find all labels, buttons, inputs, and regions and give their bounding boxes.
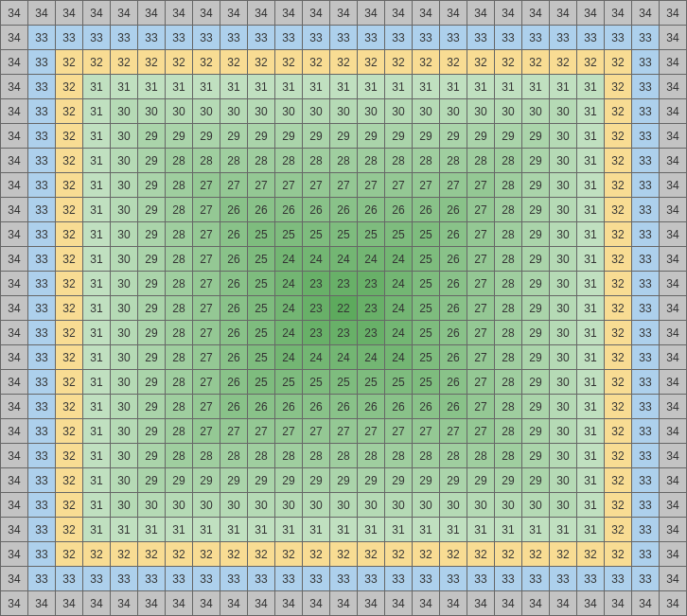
heatmap-cell: 34 xyxy=(56,591,83,616)
heatmap-cell: 32 xyxy=(56,173,83,198)
heatmap-cell: 30 xyxy=(330,493,358,518)
heatmap-cell: 33 xyxy=(385,26,413,50)
heatmap-cell: 31 xyxy=(577,321,605,345)
heatmap-cell: 32 xyxy=(275,542,303,567)
heatmap-cell: 34 xyxy=(1,149,28,173)
heatmap-cell: 33 xyxy=(632,296,660,321)
heatmap-cell: 34 xyxy=(577,591,605,616)
heatmap-cell: 24 xyxy=(275,296,303,321)
heatmap-cell: 34 xyxy=(660,419,687,444)
heatmap-cell: 33 xyxy=(28,370,56,395)
heatmap-cell: 34 xyxy=(605,591,632,616)
heatmap-cell: 32 xyxy=(605,419,632,444)
heatmap-cell: 31 xyxy=(577,247,605,272)
heatmap-cell: 27 xyxy=(358,173,385,198)
heatmap-cell: 31 xyxy=(358,518,385,542)
heatmap-cell: 33 xyxy=(138,26,166,50)
heatmap-cell: 24 xyxy=(330,345,358,370)
heatmap-cell: 30 xyxy=(413,493,440,518)
heatmap-cell: 30 xyxy=(303,493,330,518)
heatmap-cell: 26 xyxy=(440,321,467,345)
heatmap-cell: 33 xyxy=(28,272,56,296)
heatmap-cell: 31 xyxy=(577,493,605,518)
heatmap-cell: 34 xyxy=(522,1,550,26)
heatmap-cell: 26 xyxy=(385,395,413,419)
heatmap-cell: 33 xyxy=(605,567,632,591)
heatmap-cell: 31 xyxy=(275,518,303,542)
heatmap-cell: 33 xyxy=(550,26,577,50)
heatmap-cell: 32 xyxy=(605,99,632,124)
heatmap-cell: 28 xyxy=(220,149,248,173)
heatmap-cell: 34 xyxy=(632,591,660,616)
heatmap-cell: 32 xyxy=(56,296,83,321)
heatmap-cell: 33 xyxy=(632,222,660,247)
heatmap-cell: 28 xyxy=(495,198,522,222)
heatmap-cell: 34 xyxy=(413,591,440,616)
heatmap-cell: 28 xyxy=(385,444,413,468)
heatmap-cell: 32 xyxy=(56,444,83,468)
heatmap-cell: 29 xyxy=(138,296,166,321)
heatmap-cell: 32 xyxy=(220,50,248,75)
heatmap-cell: 32 xyxy=(138,50,166,75)
heatmap-cell: 29 xyxy=(220,468,248,493)
heatmap-cell: 31 xyxy=(83,296,111,321)
heatmap-cell: 31 xyxy=(550,75,577,99)
heatmap-cell: 26 xyxy=(220,247,248,272)
heatmap-cell: 34 xyxy=(358,1,385,26)
heatmap-cell: 34 xyxy=(1,444,28,468)
heatmap-cell: 33 xyxy=(495,26,522,50)
heatmap-cell: 32 xyxy=(605,222,632,247)
heatmap-cell: 29 xyxy=(495,124,522,149)
heatmap-cell: 33 xyxy=(632,321,660,345)
heatmap-cell: 33 xyxy=(632,75,660,99)
heatmap-cell: 28 xyxy=(495,173,522,198)
heatmap-cell: 31 xyxy=(83,173,111,198)
heatmap-cell: 32 xyxy=(275,50,303,75)
heatmap-cell: 31 xyxy=(577,296,605,321)
heatmap-cell: 34 xyxy=(660,296,687,321)
heatmap-cell: 34 xyxy=(577,1,605,26)
heatmap-cell: 33 xyxy=(303,26,330,50)
heatmap-cell: 27 xyxy=(303,173,330,198)
heatmap-cell: 31 xyxy=(303,75,330,99)
heatmap-cell: 28 xyxy=(495,345,522,370)
heatmap-cell: 29 xyxy=(138,149,166,173)
heatmap-cell: 25 xyxy=(385,222,413,247)
heatmap-cell: 32 xyxy=(56,419,83,444)
heatmap-cell: 34 xyxy=(138,1,166,26)
heatmap-cell: 29 xyxy=(358,124,385,149)
heatmap-cell: 34 xyxy=(660,124,687,149)
heatmap-cell: 32 xyxy=(83,50,111,75)
heatmap-cell: 33 xyxy=(632,173,660,198)
heatmap-cell: 26 xyxy=(220,395,248,419)
heatmap-cell: 31 xyxy=(83,198,111,222)
heatmap-cell: 28 xyxy=(495,222,522,247)
heatmap-cell: 32 xyxy=(522,50,550,75)
heatmap-cell: 31 xyxy=(220,518,248,542)
heatmap-cell: 33 xyxy=(166,26,193,50)
heatmap-cell: 32 xyxy=(248,542,275,567)
heatmap-cell: 31 xyxy=(248,518,275,542)
heatmap-cell: 31 xyxy=(467,75,495,99)
heatmap-cell: 31 xyxy=(275,75,303,99)
heatmap-cell: 30 xyxy=(385,493,413,518)
heatmap-cell: 34 xyxy=(1,591,28,616)
heatmap-cell: 33 xyxy=(632,272,660,296)
heatmap-cell: 26 xyxy=(440,198,467,222)
heatmap-cell: 27 xyxy=(193,198,220,222)
heatmap-cell: 34 xyxy=(1,173,28,198)
heatmap-cell: 29 xyxy=(303,124,330,149)
heatmap-cell: 27 xyxy=(413,419,440,444)
heatmap-cell: 34 xyxy=(193,591,220,616)
heatmap-cell: 32 xyxy=(138,542,166,567)
heatmap-cell: 34 xyxy=(1,198,28,222)
heatmap-cell: 34 xyxy=(1,99,28,124)
heatmap-cell: 30 xyxy=(550,370,577,395)
heatmap-cell: 33 xyxy=(28,149,56,173)
heatmap-cell: 27 xyxy=(440,173,467,198)
heatmap-cell: 34 xyxy=(440,591,467,616)
heatmap-cell: 31 xyxy=(83,444,111,468)
heatmap-cell: 27 xyxy=(358,419,385,444)
heatmap-cell: 28 xyxy=(495,149,522,173)
heatmap-cell: 27 xyxy=(440,419,467,444)
